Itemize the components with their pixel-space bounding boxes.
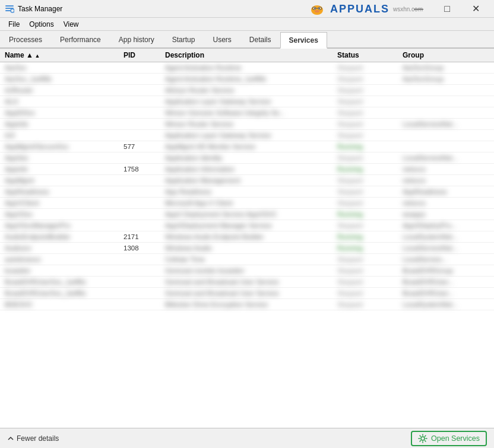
cell-pid	[119, 288, 160, 299]
cell-description: Application Layer Gateway Service	[160, 96, 332, 107]
table-row[interactable]: AppMgmt Application Management Stopped n…	[0, 175, 494, 186]
cell-pid	[119, 198, 160, 209]
cell-name: Audiosrv	[0, 243, 119, 254]
cell-pid	[119, 130, 160, 141]
table-row[interactable]: AppReadiness App Readiness Stopped AppRe…	[0, 186, 494, 198]
menu-file[interactable]: File	[4, 19, 24, 30]
cell-status: Stopped	[332, 96, 398, 107]
cell-group: LocalService...	[398, 254, 494, 265]
tab-app-history[interactable]: App history	[110, 31, 163, 47]
table-row[interactable]: Appinfo 1758 Application Information Run…	[0, 164, 494, 175]
cell-pid: 1308	[119, 243, 160, 254]
services-table: Name ▲ PID Description Status Group AarS…	[0, 49, 494, 310]
title-bar: Task Manager APPUALS	[0, 0, 494, 18]
svg-line-4	[14, 12, 14, 12]
cell-status: Stopped	[332, 299, 398, 310]
cell-name: Appinfo	[0, 164, 119, 175]
col-header-status[interactable]: Status	[332, 49, 398, 62]
svg-point-14	[421, 437, 425, 440]
cell-description: Agent Activation Runtime_1a4f6b	[160, 74, 332, 85]
cell-status: Stopped	[332, 186, 398, 198]
svg-point-10	[315, 10, 319, 12]
svg-rect-2	[5, 10, 11, 11]
col-header-pid[interactable]: PID	[119, 49, 160, 62]
cell-group: AarSvcGroup	[398, 74, 494, 85]
cell-name: AppSec	[0, 152, 119, 164]
table-row[interactable]: AppXSvcManagerPro AppXDeployment Manager…	[0, 220, 494, 231]
cell-description: AppXDeployment Manager Service	[160, 220, 332, 231]
cell-status: Stopped	[332, 277, 398, 288]
svg-rect-0	[5, 5, 14, 7]
cell-status: Stopped	[332, 220, 398, 231]
cell-group: LocalSystemNet...	[398, 231, 494, 243]
services-gear-icon	[418, 434, 428, 443]
menu-view[interactable]: View	[59, 19, 84, 30]
table-row[interactable]: bcastdvr Genicast monitor bcastdvr Stopp…	[0, 265, 494, 277]
close-button[interactable]: ✕	[462, 0, 489, 18]
cell-name: ALG	[0, 96, 119, 107]
tab-startup[interactable]: Startup	[163, 31, 204, 47]
menu-bar: File Options View	[0, 18, 494, 31]
table-row[interactable]: AppSec Application Identity Stopped Loca…	[0, 152, 494, 164]
table-row[interactable]: BcastDVRUserSvc_2a4f6c Genicast and Broa…	[0, 288, 494, 299]
chevron-up-icon	[7, 435, 14, 442]
table-row[interactable]: Audiosrv 1308 Windows Audio Running Loca…	[0, 243, 494, 254]
cell-status: Running	[332, 164, 398, 175]
cell-description: Application Layer Gateway Service	[160, 130, 332, 141]
cell-status: Stopped	[332, 288, 398, 299]
menu-options[interactable]: Options	[24, 19, 58, 30]
col-header-name[interactable]: Name ▲	[0, 49, 119, 62]
cell-status: Stopped	[332, 254, 398, 265]
cell-status: Stopped	[332, 85, 398, 96]
cell-status: Stopped	[332, 198, 398, 209]
maximize-button[interactable]: □	[433, 0, 461, 18]
cell-pid	[119, 85, 160, 96]
table-row[interactable]: BcastDVRUserSvc_1a4f6c Genicast and Broa…	[0, 277, 494, 288]
appuals-logo: APPUALS	[330, 3, 390, 15]
table-row[interactable]: BDESVC Bitlocker Drive Encryption Servic…	[0, 299, 494, 310]
cell-status: Stopped	[332, 107, 398, 119]
cell-description: Agent Activation Runtime	[160, 62, 332, 74]
fewer-details-label: Fewer details	[17, 434, 59, 443]
table-row[interactable]: AarSvc_1a4f6b Agent Activation Runtime_1…	[0, 74, 494, 85]
table-row[interactable]: AppInfo Winsor Router Service Stopped Lo…	[0, 119, 494, 130]
col-header-description[interactable]: Description	[160, 49, 332, 62]
cell-group: BcastDVRGroup	[398, 265, 494, 277]
cell-description: Application Management	[160, 175, 332, 186]
table-row[interactable]: autotimesvc Cellular Time Stopped LocalS…	[0, 254, 494, 265]
cell-description: AppX Deployment Service AppXSVC	[160, 209, 332, 220]
table-row[interactable]: AppXSvc AppX Deployment Service AppXSVC …	[0, 209, 494, 220]
table-row[interactable]: AppIDSvc Winsor Genuine Software Integri…	[0, 107, 494, 119]
cell-pid	[119, 265, 160, 277]
table-row[interactable]: AppVClient Microsoft App-V Client Stoppe…	[0, 198, 494, 209]
table-row[interactable]: AppMgmt/SecureSvc 577 AppMgmt HD Monitor…	[0, 141, 494, 152]
table-row[interactable]: AJI Application Layer Gateway Service St…	[0, 130, 494, 141]
tab-performance[interactable]: Performance	[51, 31, 110, 47]
cell-name: AppXSvcManagerPro	[0, 220, 119, 231]
cell-group: AppReadiness	[398, 186, 494, 198]
table-row[interactable]: ALG Application Layer Gateway Service St…	[0, 96, 494, 107]
cell-description: Application Identity	[160, 152, 332, 164]
cell-group	[398, 107, 494, 119]
tab-details[interactable]: Details	[240, 31, 280, 47]
services-table-container[interactable]: Name ▲ PID Description Status Group AarS…	[0, 49, 494, 428]
cell-status: Stopped	[332, 175, 398, 186]
open-services-button[interactable]: Open Services	[411, 431, 487, 446]
table-row[interactable]: AJRouter AllJoyn Router Service Stopped	[0, 85, 494, 96]
cell-name: AppIDSvc	[0, 107, 119, 119]
tab-processes[interactable]: Processes	[0, 31, 51, 47]
cell-status: Stopped	[332, 74, 398, 85]
cell-group: netsvcs	[398, 175, 494, 186]
tab-services[interactable]: Services	[280, 32, 327, 49]
cell-description: Microsoft App-V Client	[160, 198, 332, 209]
col-header-group[interactable]: Group	[398, 49, 494, 62]
cell-name: AarSvc	[0, 62, 119, 74]
cell-description: Windows Audio	[160, 243, 332, 254]
table-row[interactable]: AarSvc Agent Activation Runtime Stopped …	[0, 62, 494, 74]
cell-name: AppReadiness	[0, 186, 119, 198]
cell-description: Genicast and Broadcast User Service	[160, 277, 332, 288]
tab-users[interactable]: Users	[204, 31, 240, 47]
table-row[interactable]: AudioEndpointBuilder 2171 Windows Audio …	[0, 231, 494, 243]
fewer-details-button[interactable]: Fewer details	[7, 434, 59, 443]
appuals-domain: wsxhn.com	[393, 6, 423, 12]
